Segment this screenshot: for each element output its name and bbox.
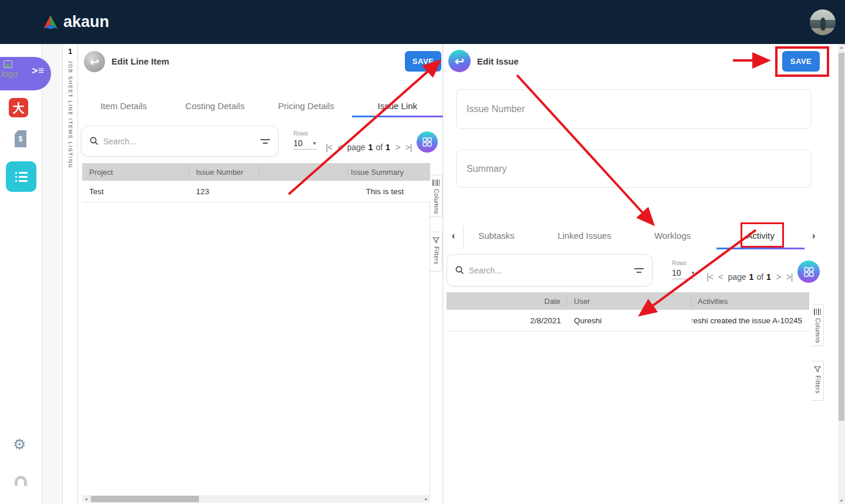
list-icon [15, 172, 28, 174]
save-button[interactable]: SAVE [782, 51, 820, 72]
horizontal-scrollbar[interactable]: ◂ ▸ [82, 495, 430, 503]
column-header-user[interactable]: User [567, 295, 692, 307]
scroll-left-arrow[interactable]: ◂ [82, 496, 90, 502]
scroll-up-arrow[interactable]: ▲ [838, 45, 845, 49]
column-header-spacer [259, 166, 348, 178]
column-header-issue-number[interactable]: Issue Number [189, 166, 259, 178]
columns-side-tab[interactable]: Columns [430, 175, 442, 217]
tab-pricing-details[interactable]: Pricing Details [261, 94, 352, 117]
issue-tabs: Subtasks Linked Issues Worklogs Activity [452, 222, 805, 249]
column-header-activities[interactable]: Activities [692, 295, 809, 307]
sidebar-logo-pill[interactable]: logo >≡ [0, 57, 51, 90]
table-header-row: Date User Activities [447, 292, 809, 310]
next-page-button[interactable]: > [776, 272, 781, 282]
columns-icon [432, 180, 440, 186]
back-button[interactable]: ↩ [448, 50, 471, 72]
grid-view-button[interactable] [797, 261, 820, 283]
settings-gear-icon[interactable]: ⚙ [13, 436, 26, 453]
current-page: 1 [369, 143, 373, 152]
sidebar-app-icon-red[interactable]: 大 [9, 98, 28, 117]
search-bar[interactable] [81, 126, 279, 157]
scrollbar-thumb[interactable] [839, 53, 844, 421]
activity-table-body [447, 310, 809, 503]
app-root: akaun logo >≡ 大 $ ⚙ 1 JOB SHEET LINE ITE… [0, 0, 845, 504]
sidebar-listing-button[interactable] [6, 161, 36, 192]
tab-costing-details[interactable]: Costing Details [170, 94, 261, 117]
breadcrumb-index: 1 [68, 47, 72, 56]
column-header-date[interactable]: Date [447, 295, 567, 307]
column-header-issue-summary[interactable]: Issue Summary [348, 166, 430, 178]
table-row[interactable]: Test 123 This is test [82, 181, 430, 202]
grid-icon [804, 267, 814, 277]
tab-issue-link[interactable]: Issue Link [352, 94, 444, 117]
tab-activity[interactable]: Activity [716, 222, 805, 249]
scrollbar-thumb[interactable] [91, 496, 199, 502]
filter-icon[interactable] [261, 138, 270, 144]
last-page-button[interactable]: >| [786, 272, 793, 282]
summary-label: Summary [467, 164, 506, 174]
rows-select[interactable]: 10 ▼ [293, 138, 317, 150]
rows-per-page: Rows 10 ▼ [293, 130, 317, 150]
edit-issue-panel: ↩ Edit Issue SAVE Issue Number Summary ‹… [444, 44, 838, 504]
rows-label: Rows [672, 260, 695, 266]
table-header-row: Project Issue Number Issue Summary [82, 163, 430, 181]
search-bar[interactable] [447, 254, 653, 286]
back-arrow-icon: ↩ [90, 55, 99, 69]
cell-project: Test [82, 187, 189, 196]
rows-per-page: Rows 10 ▼ [672, 260, 695, 279]
search-input[interactable] [469, 266, 634, 275]
user-avatar[interactable] [810, 9, 836, 35]
activity-table: Date User Activities 2/8/2021 Qureshi Qu… [447, 292, 809, 332]
line-item-tabs: Item Details Costing Details Pricing Det… [78, 94, 443, 117]
save-button[interactable]: SAVE [405, 51, 441, 72]
vertical-scrollbar[interactable]: ▲ ▼ [838, 44, 845, 504]
table-row[interactable]: 2/8/2021 Qureshi Qureshi created the iss… [447, 310, 809, 332]
last-page-button[interactable]: >| [405, 142, 412, 152]
brand-name: akaun [63, 13, 109, 31]
tab-subtasks[interactable]: Subtasks [452, 222, 540, 249]
filters-side-tab[interactable]: Filters [430, 232, 442, 272]
pagination: |< < page 1 of 1 > >| [707, 272, 792, 282]
column-header-project[interactable]: Project [82, 166, 189, 178]
tab-item-details[interactable]: Item Details [78, 94, 170, 117]
page-title: Edit Issue [477, 56, 519, 66]
breadcrumb-label: JOB SHEET LINE ITEMS LISTING [67, 60, 73, 169]
broken-image-icon [4, 60, 12, 68]
brand-logo[interactable]: akaun [42, 13, 109, 31]
dropdown-caret-icon: ▼ [312, 141, 317, 146]
top-bar: akaun [0, 0, 845, 44]
first-page-button[interactable]: |< [326, 142, 332, 152]
cell-issue-summary: This is test [348, 187, 430, 196]
columns-side-tab[interactable]: Columns [812, 304, 824, 346]
scroll-down-arrow[interactable]: ▼ [838, 499, 845, 503]
tabs-scroll-right[interactable]: › [812, 231, 815, 241]
issue-link-table: Project Issue Number Issue Summary Test … [82, 163, 430, 202]
search-input[interactable] [103, 137, 261, 146]
logo-placeholder-text: logo [1, 69, 18, 79]
cell-activities: Qureshi created the issue A-10245 [692, 316, 809, 325]
funnel-icon [432, 237, 440, 243]
grid-icon [422, 137, 432, 147]
filter-icon[interactable] [634, 268, 644, 273]
scroll-right-arrow[interactable]: ▸ [422, 496, 430, 502]
cell-date: 2/8/2021 [447, 316, 567, 325]
price-tag-icon[interactable]: $ [15, 130, 26, 147]
issue-number-field[interactable]: Issue Number [456, 89, 812, 129]
cell-issue-number: 123 [189, 187, 259, 196]
rows-select[interactable]: 10 ▼ [672, 268, 695, 279]
filters-side-tab[interactable]: Filters [812, 361, 824, 401]
first-page-button[interactable]: |< [707, 272, 713, 282]
support-headset-icon[interactable] [15, 476, 27, 486]
grid-view-button[interactable] [417, 131, 438, 153]
next-page-button[interactable]: > [396, 142, 400, 152]
tab-worklogs[interactable]: Worklogs [628, 222, 716, 249]
prev-page-button[interactable]: < [718, 272, 723, 282]
app-sidebar: logo >≡ 大 $ ⚙ [0, 44, 42, 504]
tab-linked-issues[interactable]: Linked Issues [540, 222, 628, 249]
collapse-menu-icon[interactable]: >≡ [32, 65, 44, 77]
prev-page-button[interactable]: < [337, 142, 342, 152]
back-button[interactable]: ↩ [84, 51, 105, 72]
summary-field[interactable]: Summary [456, 150, 812, 188]
total-pages: 1 [386, 143, 390, 152]
page-indicator: page 1 of 1 [728, 272, 770, 282]
